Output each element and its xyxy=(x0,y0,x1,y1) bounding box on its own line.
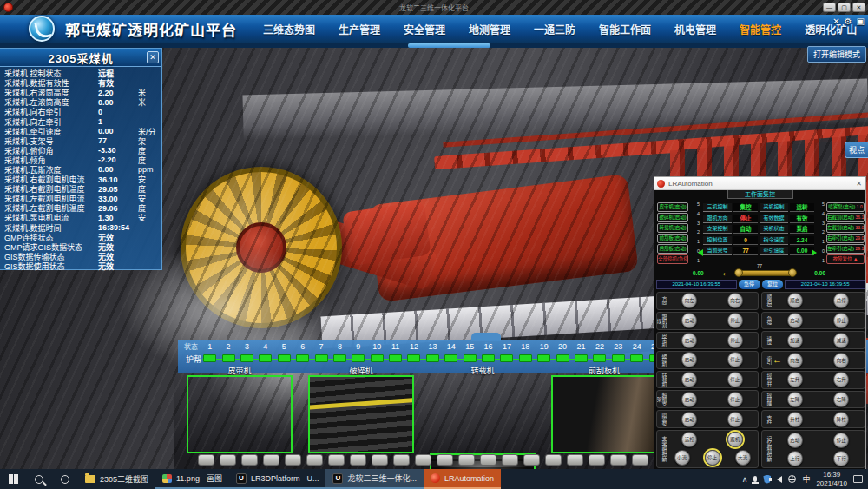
support-indicator[interactable]: 9 xyxy=(349,342,367,362)
round-button-停止[interactable]: 停止 xyxy=(727,412,743,427)
round-button-停止[interactable]: 停止 xyxy=(727,313,743,328)
round-button-加速[interactable]: 加速 xyxy=(787,333,803,348)
lr-equipment-button[interactable]: 全部停机(急停) xyxy=(657,254,688,264)
start-button[interactable] xyxy=(0,469,26,489)
lr-equipment-button[interactable]: 后刮板(启动) xyxy=(657,244,688,254)
window-restore-icon[interactable]: ▣ xyxy=(857,17,865,26)
edit-mode-button[interactable]: 打开编辑模式 xyxy=(807,46,866,63)
support-indicator[interactable]: 20 xyxy=(553,342,571,362)
support-indicator[interactable]: 5 xyxy=(275,342,293,362)
support-thumbnail[interactable] xyxy=(350,454,366,466)
lr-equipment-button[interactable]: 转载机(启动) xyxy=(657,223,688,233)
round-button-停止[interactable]: 停止 xyxy=(833,313,849,328)
support-indicator[interactable]: 19 xyxy=(535,342,553,362)
round-button-启动[interactable]: 启动 xyxy=(681,333,697,348)
support-thumbnail[interactable] xyxy=(567,454,583,466)
round-button-小流[interactable]: 小流 xyxy=(674,450,690,466)
support-indicator[interactable]: 8 xyxy=(331,342,349,362)
round-button-左降[interactable]: 左降 xyxy=(787,392,803,407)
round-button-下行[interactable]: 下行 xyxy=(833,451,849,466)
round-button-停止[interactable]: 停止 xyxy=(727,333,743,348)
tool-icon[interactable]: ✕ xyxy=(832,17,839,26)
support-thumbnail[interactable] xyxy=(220,454,236,466)
round-button-停止[interactable]: 停止 xyxy=(833,433,849,448)
support-indicator[interactable]: 24 xyxy=(628,342,646,362)
support-indicator[interactable]: 11 xyxy=(386,342,404,362)
ime-indicator[interactable]: 中 xyxy=(802,473,810,485)
round-button-启动[interactable]: 启动 xyxy=(787,313,803,328)
support-indicator[interactable]: 18 xyxy=(516,342,535,362)
lr-motor-button[interactable]: 故障复位 ▲ xyxy=(826,254,865,264)
round-button-左升[interactable]: 左升 xyxy=(787,372,803,387)
round-button-跟机[interactable]: 跟机 xyxy=(727,432,743,447)
support-indicator[interactable]: 4 xyxy=(256,342,274,362)
round-button-向左[interactable]: 向左 xyxy=(681,293,697,308)
support-thumbnail[interactable] xyxy=(610,454,627,466)
support-indicator[interactable]: 21 xyxy=(572,342,590,362)
support-thumbnail[interactable] xyxy=(545,454,562,466)
nav-item-智能管控[interactable]: 智能管控 xyxy=(740,22,781,36)
round-button-向右[interactable]: 向右 xyxy=(833,353,849,368)
microphone-icon[interactable] xyxy=(753,476,757,482)
support-thumbnail[interactable] xyxy=(306,454,323,466)
nav-item-机电管理[interactable]: 机电管理 xyxy=(674,22,716,36)
round-button-停止[interactable]: 停止 xyxy=(727,372,743,387)
support-indicator[interactable]: 6 xyxy=(293,342,312,362)
support-indicator[interactable]: 13 xyxy=(424,342,442,362)
support-thumbnail[interactable] xyxy=(241,454,258,466)
round-button-升柱[interactable]: 升柱 xyxy=(787,412,803,427)
lr-motor-button[interactable]: 右牵引(启动) 29.0 xyxy=(826,234,865,243)
taskbar-item[interactable]: 11.png - 画图 xyxy=(155,469,229,489)
support-thumbnail[interactable] xyxy=(437,454,453,466)
lr-motor-button[interactable]: 左截割(启动) 33.0 xyxy=(826,223,865,233)
lr-titlebar[interactable]: LRAutomation ✕ xyxy=(654,177,865,190)
lr-equipment-button[interactable]: 破碎机(启动) xyxy=(657,213,688,222)
round-button-启动[interactable]: 启动 xyxy=(681,313,697,328)
round-button-右降[interactable]: 右降 xyxy=(833,392,849,407)
nav-item-生产管理[interactable]: 生产管理 xyxy=(339,22,380,36)
support-indicator[interactable]: 15 xyxy=(460,342,478,362)
panel-header[interactable]: 2305采煤机 ✕ xyxy=(0,49,161,67)
round-button-向左[interactable]: 向左 xyxy=(787,353,803,368)
support-indicator[interactable]: 17 xyxy=(497,342,516,362)
camera-view-4[interactable] xyxy=(551,375,657,453)
support-indicator[interactable]: 7 xyxy=(312,342,330,362)
round-button-启动[interactable]: 启动 xyxy=(681,352,697,367)
round-button-启动[interactable]: 启动 xyxy=(787,433,803,448)
nav-item-三维态势图[interactable]: 三维态势图 xyxy=(263,22,315,36)
taskbar-item[interactable]: U龙软二三维一体化... xyxy=(326,469,424,489)
support-indicator[interactable]: 23 xyxy=(609,342,628,362)
round-button-总停[interactable]: 总停 xyxy=(833,293,849,308)
support-thumbnail[interactable] xyxy=(632,454,648,466)
support-thumbnail[interactable] xyxy=(458,454,475,466)
lr-motor-button[interactable]: 右截割(启动) 36.1 xyxy=(826,213,865,222)
round-button-向右[interactable]: 向右 xyxy=(727,293,743,308)
support-indicator[interactable]: 10 xyxy=(368,342,386,362)
taskbar-item[interactable]: LRAutomation xyxy=(424,469,501,489)
gear-icon[interactable]: ⚙ xyxy=(845,17,852,26)
taskbar-clock[interactable]: 16:39 2021/4/10 xyxy=(816,471,847,488)
lr-equipment-button[interactable]: 皮带机(启动) xyxy=(657,202,688,212)
lr-close-icon[interactable]: ✕ xyxy=(856,180,862,188)
nav-item-一通三防[interactable]: 一通三防 xyxy=(534,22,575,36)
round-button-停止[interactable]: 停止 xyxy=(727,352,743,367)
window-titlebar[interactable]: 龙软二三维一体化平台 — ▢ ✕ xyxy=(0,0,868,15)
lr-motor-button[interactable]: 喷雾泵(启动) 1.0 xyxy=(826,202,865,212)
round-button-停止[interactable]: 停止 xyxy=(727,392,743,407)
search-button[interactable] xyxy=(26,469,52,489)
round-button-顺启[interactable]: 顺启 xyxy=(787,293,803,308)
network-icon[interactable] xyxy=(788,475,796,483)
camera-view-2[interactable] xyxy=(308,375,414,453)
panel-close-icon[interactable]: ✕ xyxy=(147,51,159,63)
lr-workface-tab[interactable]: 工作面集控 xyxy=(727,190,793,199)
nav-item-安全管理[interactable]: 安全管理 xyxy=(404,22,445,36)
support-indicator[interactable]: 14 xyxy=(442,342,460,362)
lr-pill-button-left[interactable]: 急停 xyxy=(739,280,760,289)
support-indicator[interactable]: 16 xyxy=(479,342,497,362)
round-button-启动[interactable]: 启动 xyxy=(681,392,697,407)
nav-item-地测管理[interactable]: 地测管理 xyxy=(469,22,510,36)
support-thumbnail[interactable] xyxy=(263,454,279,466)
lr-pill-button-right[interactable]: 复位 xyxy=(762,280,784,289)
round-button-大流[interactable]: 大流 xyxy=(735,450,751,466)
support-thumbnail[interactable] xyxy=(502,454,518,466)
